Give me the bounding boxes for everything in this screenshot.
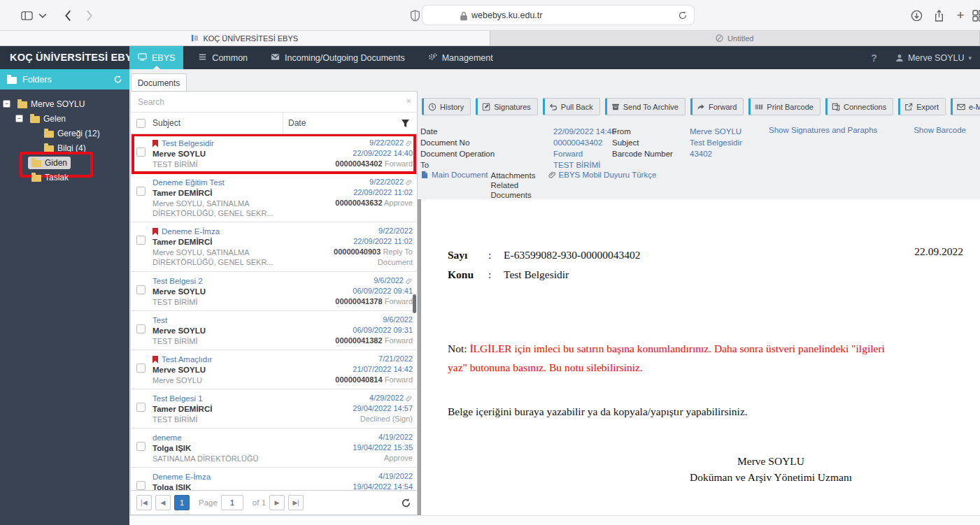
toolbar-button-label: Connections [844, 103, 886, 111]
document-subject-link[interactable]: Test [152, 315, 167, 326]
privacy-shield-icon[interactable] [408, 8, 422, 22]
print-barcode-button[interactable]: Print Barcode [748, 98, 821, 115]
next-page-button[interactable]: ▶ [269, 495, 285, 510]
document-subject-link[interactable]: deneme [152, 432, 182, 443]
signatures-button[interactable]: Signatures [476, 98, 538, 115]
row-checkbox[interactable] [136, 324, 145, 333]
page-number-input[interactable] [221, 495, 243, 510]
share-icon[interactable] [932, 8, 946, 22]
date-text: 9/22/2022 [378, 226, 413, 236]
sidebar-folder-taslak[interactable]: Taslak [0, 170, 129, 185]
folder-icon [44, 145, 54, 152]
nav-item-label: Incoming/Outgoing Documents [285, 53, 405, 63]
nav-item-common[interactable]: Common [190, 46, 256, 69]
table-row[interactable]: TestMerve SOYLUTEST BİRİMİ9/6/202206/09/… [131, 311, 417, 350]
main-document-link[interactable]: Main Document [420, 171, 488, 179]
row-checkbox[interactable] [136, 148, 145, 157]
row-meta: 9/22/202222/09/2022 11:0200000043632 App… [308, 177, 413, 218]
current-page-button[interactable]: 1 [174, 495, 190, 510]
document-subject-link[interactable]: Test Belgesi 2 [152, 275, 203, 287]
tab-overview-icon[interactable] [971, 8, 980, 22]
table-row[interactable]: Deneme E-İmzaTamer DEMİRCİMerve SOYLU, S… [131, 222, 417, 272]
clear-search-icon[interactable]: × [406, 96, 411, 106]
sidebar-folder-gelen[interactable]: −Gelen [0, 111, 129, 126]
refresh-icon[interactable] [401, 498, 411, 508]
history-button[interactable]: History [422, 98, 471, 115]
forward-button[interactable] [83, 8, 97, 22]
table-row[interactable]: denemeTolga IŞIKSATINALMA DİREKTÖRLÜĞÜ4/… [131, 429, 417, 468]
browser-tab-ebys[interactable]: KOÇ ÜNİVERSİTESİ EBYS [0, 31, 490, 45]
prev-page-button[interactable]: ◀ [155, 495, 171, 510]
row-docno-action: 00000041382 Forward [308, 336, 413, 346]
nav-item-incoming-outgoing-documents[interactable]: Incoming/Outgoing Documents [262, 46, 413, 69]
copy-icon [832, 103, 840, 111]
page-label: Page [199, 498, 218, 507]
first-page-button[interactable]: |◀ [136, 495, 152, 510]
sidebar-folder-gere-i-12[interactable]: Gereği (12) [0, 126, 129, 141]
row-checkbox[interactable] [136, 364, 145, 373]
collapse-icon[interactable]: − [15, 115, 23, 122]
row-checkbox[interactable] [136, 285, 145, 294]
document-subject-link[interactable]: Deneme E-İmza [162, 226, 220, 237]
row-checkbox[interactable] [136, 442, 145, 451]
table-row[interactable]: Test Belgesi 2Merve SOYLUTEST BİRİMİ9/6/… [131, 272, 417, 311]
nav-item-ebys[interactable]: EBYS [129, 46, 183, 69]
tab-documents[interactable]: Documents [131, 73, 187, 92]
browser-tab-untitled[interactable]: Untitled [490, 31, 980, 45]
table-row[interactable]: Deneme E-İmzaTolga IŞIKMerve SOYLU4/19/2… [131, 468, 417, 490]
forward-button[interactable]: Forward [690, 98, 744, 115]
last-page-button[interactable]: ▶| [288, 495, 304, 510]
address-bar[interactable]: webebys.ku.edu.tr [422, 5, 695, 25]
chevron-down-icon[interactable] [38, 8, 47, 22]
sidebar-folder-bilgi-4[interactable]: Bilgi (4) [0, 141, 129, 155]
column-subject[interactable]: Subject [152, 113, 283, 134]
row-docno-action: 00000041378 Forward [308, 296, 413, 307]
row-checkbox[interactable] [136, 481, 145, 490]
undo-icon [549, 103, 558, 111]
refresh-icon[interactable] [113, 75, 122, 84]
toolbar-button-label: Pull Back [561, 103, 593, 111]
document-subject-link[interactable]: Deneme E-İmza [152, 471, 211, 482]
e-mail-button[interactable]: e-Mail [951, 98, 980, 115]
user-menu[interactable]: Merve SOYLU ▾ [895, 53, 972, 63]
row-checkbox[interactable] [136, 403, 145, 412]
list-scrollbar[interactable] [413, 294, 416, 313]
table-row[interactable]: Test AmaçlıdırMerve SOYLUMerve SOYLU7/21… [131, 350, 417, 389]
document-subject-link[interactable]: Test Belgesi 1 [152, 393, 203, 404]
document-subject-link[interactable]: Test Belgesidir [162, 138, 214, 149]
help-button[interactable]: ? [871, 52, 877, 64]
row-checkbox[interactable] [136, 236, 145, 245]
send-to-archive-button[interactable]: Send To Archive [605, 98, 686, 115]
back-button[interactable] [60, 8, 74, 22]
downloads-icon[interactable] [909, 8, 923, 22]
folders-sidebar: Folders −Merve SOYLU−GelenGereği (12)Bil… [0, 69, 129, 525]
table-row[interactable]: Deneme Eğitim TestTamer DEMİRCİMerve SOY… [131, 173, 417, 222]
row-sender: Merve SOYLU [152, 365, 308, 375]
search-input[interactable] [131, 92, 417, 112]
sidebar-folder-merve-soylu[interactable]: −Merve SOYLU [0, 96, 129, 111]
nav-item-management[interactable]: Management [420, 46, 502, 69]
detail-field-document-no: Document No00000043402 [420, 137, 616, 148]
folder-icon [44, 131, 54, 138]
reload-icon[interactable] [678, 10, 688, 20]
row-checkbox[interactable] [136, 187, 145, 196]
sidebar-toggle-icon[interactable] [20, 8, 34, 22]
show-barcode-link[interactable]: Show Barcode [914, 126, 966, 134]
sidebar-folder-giden[interactable]: Giden [0, 155, 129, 170]
pull-back-button[interactable]: Pull Back [543, 98, 600, 115]
table-row[interactable]: Test BelgesidirMerve SOYLUTEST BİRİMİ9/2… [131, 134, 417, 173]
document-subject-link[interactable]: Test Amaçlıdır [162, 354, 212, 365]
table-row[interactable]: Test Belgesi 1Tamer DEMİRCİTEST BİRİMİ4/… [131, 389, 417, 429]
attachment-file-link[interactable]: EBYS Mobil Duyuru Türkçe [548, 171, 657, 179]
collapse-icon[interactable]: − [3, 100, 10, 108]
toolbar-button-label: Export [916, 103, 939, 111]
document-subject-link[interactable]: Deneme Eğitim Test [152, 177, 225, 188]
preview-scrollbar[interactable] [418, 199, 421, 515]
select-all-checkbox[interactable] [136, 119, 145, 128]
show-signatures-link[interactable]: Show Signatures and Paraphs [769, 126, 877, 134]
column-date[interactable]: Date [283, 118, 401, 128]
export-button[interactable]: Export [898, 98, 946, 115]
new-tab-icon[interactable]: + [953, 8, 967, 22]
connections-button[interactable]: Connections [825, 98, 893, 115]
filter-icon[interactable] [401, 119, 410, 128]
